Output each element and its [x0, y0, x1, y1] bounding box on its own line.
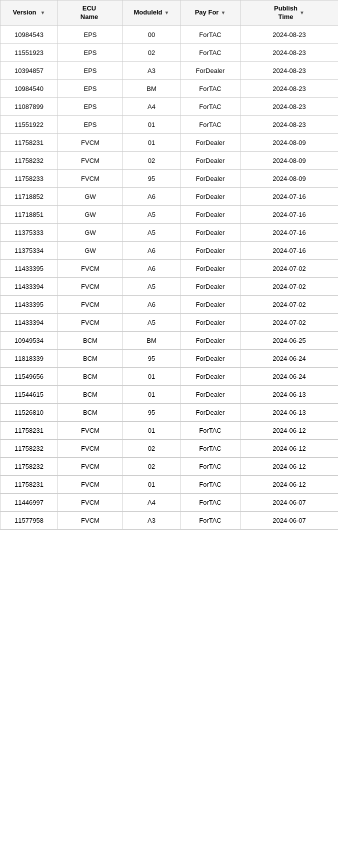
table-row: 11758231FVCM01ForDealer2024-08-09	[0, 133, 338, 151]
cell-version: 11718851	[0, 205, 58, 223]
cell-moduleId: A6	[123, 241, 180, 259]
table-row: 11433394FVCMA5ForDealer2024-07-02	[0, 313, 338, 331]
cell-publishTime: 2024-08-09	[240, 169, 338, 187]
cell-payFor: ForTAC	[180, 421, 240, 439]
cell-payFor: ForTAC	[180, 511, 240, 529]
table-row: 11718851GWA5ForDealer2024-07-16	[0, 205, 338, 223]
cell-payFor: ForTAC	[180, 439, 240, 457]
cell-ecuName: FVCM	[58, 493, 123, 511]
cell-ecuName: FVCM	[58, 133, 123, 151]
cell-moduleId: 01	[123, 385, 180, 403]
cell-ecuName: EPS	[58, 61, 123, 79]
sort-icon[interactable]: ▼	[300, 9, 304, 16]
cell-moduleId: 95	[123, 403, 180, 421]
cell-publishTime: 2024-07-02	[240, 277, 338, 295]
cell-ecuName: GW	[58, 223, 123, 241]
table-row: 11526810BCM95ForDealer2024-06-13	[0, 403, 338, 421]
column-header-payFor[interactable]: Pay For▼	[180, 0, 240, 26]
cell-version: 11818339	[0, 349, 58, 367]
cell-moduleId: 95	[123, 169, 180, 187]
table-row: 11758232FVCM02ForDealer2024-08-09	[0, 151, 338, 169]
table-row: 10984543EPS00ForTAC2024-08-23	[0, 25, 338, 43]
cell-version: 11375334	[0, 241, 58, 259]
cell-version: 11375333	[0, 223, 58, 241]
cell-moduleId: A5	[123, 313, 180, 331]
cell-publishTime: 2024-06-13	[240, 385, 338, 403]
table-row: 11433395FVCMA6ForDealer2024-07-02	[0, 295, 338, 313]
cell-moduleId: A5	[123, 277, 180, 295]
cell-moduleId: A3	[123, 511, 180, 529]
table-row: 10949534BCMBMForDealer2024-06-25	[0, 331, 338, 349]
sort-icon[interactable]: ▼	[220, 9, 226, 16]
cell-payFor: ForDealer	[180, 241, 240, 259]
cell-ecuName: FVCM	[58, 439, 123, 457]
cell-publishTime: 2024-07-02	[240, 259, 338, 277]
cell-ecuName: FVCM	[58, 457, 123, 475]
sort-icon[interactable]: ▼	[40, 9, 46, 16]
cell-payFor: ForTAC	[180, 25, 240, 43]
cell-ecuName: EPS	[58, 43, 123, 61]
cell-moduleId: 02	[123, 151, 180, 169]
cell-payFor: ForTAC	[180, 493, 240, 511]
cell-publishTime: 2024-07-02	[240, 295, 338, 313]
cell-payFor: ForDealer	[180, 169, 240, 187]
column-label-ecuName: ECU Name	[80, 4, 98, 21]
cell-version: 11758233	[0, 169, 58, 187]
cell-payFor: ForTAC	[180, 457, 240, 475]
cell-moduleId: A3	[123, 61, 180, 79]
column-header-version[interactable]: Version ▼	[0, 0, 58, 26]
table-row: 11549656BCM01ForDealer2024-06-24	[0, 367, 338, 385]
cell-publishTime: 2024-06-07	[240, 511, 338, 529]
cell-version: 11087899	[0, 97, 58, 115]
cell-version: 11758231	[0, 133, 58, 151]
cell-publishTime: 2024-06-13	[240, 403, 338, 421]
cell-moduleId: BM	[123, 331, 180, 349]
sort-icon[interactable]: ▼	[164, 9, 170, 16]
column-header-ecuName[interactable]: ECU Name	[58, 0, 123, 26]
table-row: 11758232FVCM02ForTAC2024-06-12	[0, 457, 338, 475]
cell-version: 10984540	[0, 79, 58, 97]
cell-payFor: ForDealer	[180, 367, 240, 385]
cell-publishTime: 2024-08-23	[240, 97, 338, 115]
cell-payFor: ForDealer	[180, 259, 240, 277]
cell-publishTime: 2024-06-07	[240, 493, 338, 511]
cell-payFor: ForDealer	[180, 205, 240, 223]
cell-ecuName: FVCM	[58, 151, 123, 169]
table-row: 11818339BCM95ForDealer2024-06-24	[0, 349, 338, 367]
cell-publishTime: 2024-06-25	[240, 331, 338, 349]
cell-payFor: ForDealer	[180, 61, 240, 79]
column-header-publishTime[interactable]: Publish Time▼	[240, 0, 338, 26]
cell-payFor: ForTAC	[180, 97, 240, 115]
cell-publishTime: 2024-06-12	[240, 457, 338, 475]
cell-version: 11758231	[0, 421, 58, 439]
cell-moduleId: 01	[123, 421, 180, 439]
cell-moduleId: A4	[123, 493, 180, 511]
cell-moduleId: A5	[123, 223, 180, 241]
cell-publishTime: 2024-08-23	[240, 25, 338, 43]
cell-publishTime: 2024-07-16	[240, 205, 338, 223]
cell-payFor: ForDealer	[180, 133, 240, 151]
cell-moduleId: A5	[123, 205, 180, 223]
cell-ecuName: EPS	[58, 79, 123, 97]
table-row: 11375334GWA6ForDealer2024-07-16	[0, 241, 338, 259]
column-label-payFor: Pay For	[195, 8, 219, 17]
cell-payFor: ForDealer	[180, 385, 240, 403]
cell-ecuName: BCM	[58, 403, 123, 421]
cell-ecuName: BCM	[58, 349, 123, 367]
cell-moduleId: A6	[123, 187, 180, 205]
cell-ecuName: FVCM	[58, 295, 123, 313]
table-row: 10394857EPSA3ForDealer2024-08-23	[0, 61, 338, 79]
cell-publishTime: 2024-06-12	[240, 475, 338, 493]
cell-ecuName: BCM	[58, 331, 123, 349]
column-header-moduleId[interactable]: ModuleId▼	[123, 0, 180, 26]
cell-ecuName: EPS	[58, 25, 123, 43]
cell-version: 11758232	[0, 151, 58, 169]
cell-ecuName: GW	[58, 205, 123, 223]
table-row: 11758232FVCM02ForTAC2024-06-12	[0, 439, 338, 457]
cell-version: 11446997	[0, 493, 58, 511]
cell-ecuName: GW	[58, 241, 123, 259]
cell-moduleId: 01	[123, 367, 180, 385]
cell-version: 11549656	[0, 367, 58, 385]
cell-ecuName: EPS	[58, 115, 123, 133]
table-row: 11577958FVCMA3ForTAC2024-06-07	[0, 511, 338, 529]
